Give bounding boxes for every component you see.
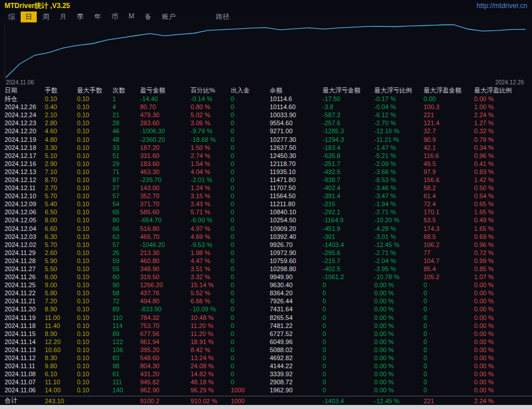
- table-row[interactable]: 2024.12.137.100.1071463.304.04 %011935.1…: [0, 168, 532, 176]
- cell-max_lots: 0.10: [77, 168, 112, 175]
- cell-max_float_loss_pct: -10.78 %: [374, 273, 424, 280]
- cell-max_float_loss: -1164.9: [323, 217, 374, 223]
- menu-item[interactable]: M: [124, 11, 139, 22]
- table-row[interactable]: 2024.12.232.800.1028283.603.06 %09554.60…: [0, 119, 532, 127]
- table-row[interactable]: 2024.12.204.600.1046-1006.30-9.79 %09271…: [0, 127, 532, 135]
- table-row[interactable]: 2024.11.119.800.1098804.3024.08 %04144.2…: [0, 362, 532, 370]
- cell-max_float_loss_pct: 0.00 %: [374, 371, 424, 377]
- menu-item[interactable]: 日: [21, 11, 37, 22]
- cell-times: 98: [112, 362, 140, 369]
- table-row[interactable]: 2024.12.194.800.1048-2360.20-18.68 %0102…: [0, 135, 532, 143]
- menu-item[interactable]: 周: [38, 11, 54, 22]
- table-row[interactable]: 2024.12.105.700.1057352.703.15 %011564.5…: [0, 192, 532, 200]
- cell-balance: 11211.80: [270, 200, 323, 207]
- equity-chart-svg: [0, 22, 532, 80]
- cell-max_float_loss: 0: [323, 371, 374, 377]
- table-row[interactable]: 2024.11.0711.100.10111945.8248.18 %02908…: [0, 378, 532, 386]
- horizontal-scrollbar[interactable]: [0, 405, 532, 409]
- table-row[interactable]: 2024.12.183.300.1033187.201.50 %012637.5…: [0, 144, 532, 152]
- cell-pnl: 961.94: [140, 338, 191, 345]
- table-row[interactable]: 2024.12.162.900.1029183.601.54 %012118.7…: [0, 160, 532, 168]
- menu-item[interactable]: 备: [140, 11, 156, 22]
- menu-item[interactable]: 综: [3, 11, 20, 22]
- equity-chart: 2024.11.06 2024.12.26: [0, 22, 532, 86]
- cell-max_float_loss_pct: 0.00 %: [374, 298, 424, 304]
- cell-balance: 10277.30: [270, 136, 323, 143]
- table-row[interactable]: 2024.11.266.000.1060319.503.32 %09949.90…: [0, 273, 532, 281]
- table-row[interactable]: 2024.12.128.700.1087-235.70-2.01 %011471…: [0, 176, 532, 184]
- table-row[interactable]: 2024.11.1310.600.10106395.208.42 %05088.…: [0, 346, 532, 354]
- cell-max_float_loss: -215.7: [323, 257, 374, 264]
- table-row[interactable]: 2024.12.046.600.1066516.804.97 %010909.2…: [0, 225, 532, 233]
- cell-max_float_profit_pct: 0.72 %: [474, 249, 532, 256]
- table-row[interactable]: 2024.11.1811.400.10114753.7011.20 %07481…: [0, 322, 532, 330]
- cell-max_float_profit_pct: 0.00 %: [474, 379, 532, 385]
- cell-max_float_loss_pct: -5.21 %: [374, 152, 424, 159]
- cell-lots: 8.30: [45, 354, 77, 361]
- cell-date: 2024.12.05: [0, 217, 45, 223]
- cell-date: 2024.12.17: [0, 152, 45, 159]
- table-row[interactable]: 2024.12.112.700.1027143.001.24 %011707.5…: [0, 184, 532, 192]
- cell-max_float_profit: 85.4: [424, 265, 474, 272]
- cell-max_lots: 0.10: [77, 192, 112, 199]
- table-row[interactable]: 2024.12.058.000.1080-654.70-6.00 %010254…: [0, 216, 532, 224]
- table-row[interactable]: 2024.11.225.800.1058437.765.52 %08364.20…: [0, 289, 532, 297]
- table-row[interactable]: 2024.11.275.500.1055348.903.51 %010298.8…: [0, 265, 532, 273]
- cell-lots: 3.30: [45, 144, 77, 151]
- table-row[interactable]: 2024.11.158.900.1089677.5611.20 %06727.5…: [0, 330, 532, 338]
- menu-item[interactable]: 月: [55, 11, 71, 22]
- table-row[interactable]: 2024.11.208.900.1089-833.90-10.09 %07431…: [0, 305, 532, 313]
- cell-max_float_profit: 121.4: [424, 119, 474, 126]
- table-row[interactable]: 2024.11.128.300.1083548.6013.24 %04692.8…: [0, 354, 532, 362]
- cell-date: 2024.12.11: [0, 184, 45, 191]
- table-row[interactable]: 2024.12.260.400.10480.700.80 %010114.60-…: [0, 103, 532, 111]
- cell-balance: 9554.60: [270, 119, 323, 126]
- cell-times: 89: [112, 306, 140, 312]
- table-row[interactable]: 2024.12.175.100.1051331.602.74 %012450.3…: [0, 152, 532, 160]
- cell-in_out: 0: [231, 314, 270, 321]
- cell-lots: 2.70: [45, 184, 77, 191]
- menu-item[interactable]: 币: [107, 11, 123, 22]
- cell-times: 33: [112, 144, 140, 151]
- cell-in_out: 0: [231, 160, 270, 167]
- table-row[interactable]: 2024.11.1911.000.10110784.3210.48 %08265…: [0, 314, 532, 322]
- cell-balance: 11564.50: [270, 192, 323, 199]
- menu-item[interactable]: 季: [72, 11, 88, 22]
- cell-max_float_loss: -1403.4: [323, 398, 374, 404]
- cell-max_lots: 0.10: [77, 314, 112, 321]
- cell-balance: 12118.70: [270, 160, 323, 167]
- horizontal-scrollbar-thumb[interactable]: [0, 405, 532, 409]
- cell-in_out: 0: [231, 225, 270, 232]
- cell-pnl: 371.70: [140, 200, 191, 207]
- cell-in_out: 0: [231, 128, 270, 134]
- app-url-link[interactable]: http://mtdriver.cn: [476, 2, 527, 10]
- menu-item-path[interactable]: 路径: [211, 11, 234, 22]
- cell-pct: 5.71 %: [191, 209, 231, 215]
- cell-max_float_loss_pct: 0.00 %: [374, 354, 424, 361]
- table-row[interactable]: 2024.12.025.700.1057-1046.20-9.53 %09926…: [0, 241, 532, 249]
- table-row[interactable]: 2024.11.285.900.1059460.804.47 %010759.6…: [0, 257, 532, 265]
- table-row[interactable]: 2024.11.086.100.1061431.2014.82 %03339.9…: [0, 370, 532, 378]
- table-total-row[interactable]: 合计243.109100.2910.02 %1000-1403.4-12.45 …: [0, 396, 532, 405]
- cell-max_float_loss: -1285.3: [323, 128, 374, 134]
- table-row[interactable]: 2024.11.1412.200.10122961.9418.91 %06049…: [0, 338, 532, 346]
- cell-balance: 9630.40: [270, 281, 323, 288]
- cell-lots: 10.60: [45, 346, 77, 353]
- table-row[interactable]: 2024.11.292.600.1026213.301.98 %010972.9…: [0, 249, 532, 257]
- cell-max_float_profit: 100.3: [424, 103, 474, 110]
- table-row[interactable]: 2024.11.259.000.10901266.2015.14 %09630.…: [0, 281, 532, 289]
- table-row[interactable]: 2024.12.095.400.1054371.703.43 %011211.8…: [0, 200, 532, 208]
- table-row[interactable]: 2024.12.036.300.1063465.704.69 %010392.4…: [0, 233, 532, 241]
- column-header-balance: 余额: [270, 86, 323, 95]
- cell-times: 54: [112, 200, 140, 207]
- table-row[interactable]: 持仓0.100.101-14.40-0.14 %010114.6-17.50-0…: [0, 95, 532, 103]
- table-row[interactable]: 2024.11.0614.000.10140962.9096.29 %10001…: [0, 386, 532, 394]
- table-row[interactable]: 2024.11.217.200.1072494.806.66 %07926.44…: [0, 297, 532, 305]
- table-row[interactable]: 2024.12.242.100.1021479.305.02 %010033.9…: [0, 111, 532, 119]
- cell-max_float_loss_pct: 0.00 %: [374, 330, 424, 337]
- cell-in_out: 0: [231, 136, 270, 143]
- cell-times: 29: [112, 160, 140, 167]
- table-row[interactable]: 2024.12.066.500.1065585.605.71 %010840.1…: [0, 208, 532, 216]
- menu-item[interactable]: 账户: [157, 11, 180, 22]
- menu-item[interactable]: 年: [90, 11, 106, 22]
